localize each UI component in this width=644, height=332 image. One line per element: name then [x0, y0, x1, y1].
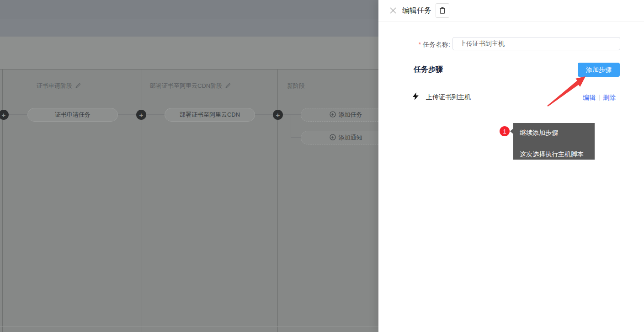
- add-notification-node[interactable]: 添加通知: [301, 131, 391, 145]
- task-name-label: *任务名称:: [404, 41, 450, 49]
- lightning-bolt-icon: [412, 92, 419, 102]
- add-notification-label: 添加通知: [339, 134, 362, 142]
- connector-line: [291, 114, 301, 115]
- stage-title-label: 新阶段: [287, 82, 305, 90]
- connector-line: [146, 114, 165, 115]
- connector-line: [283, 114, 291, 115]
- add-task-node[interactable]: 添加任务: [301, 108, 391, 122]
- connector-line: [291, 114, 291, 138]
- tooltip-line1: 继续添加步骤: [520, 128, 558, 137]
- stage-title-2: 部署证书至阿里云CDN阶段: [150, 82, 231, 90]
- stage-divider: [2, 70, 3, 332]
- stage-title-3: 新阶段: [287, 82, 305, 90]
- circle-plus-icon: [330, 134, 336, 142]
- connector-line: [255, 114, 273, 115]
- canvas-bottom-line: [0, 326, 378, 327]
- stage-title-label: 证书申请阶段: [37, 82, 72, 90]
- annotation-step-badge: 1: [500, 126, 510, 136]
- pencil-icon[interactable]: [225, 83, 231, 90]
- circle-plus-icon: [330, 111, 336, 119]
- tooltip-line2: 这次选择执行主机脚本: [520, 150, 584, 159]
- pencil-icon[interactable]: [75, 83, 81, 90]
- task-node[interactable]: 部署证书至阿里云CDN: [165, 108, 255, 122]
- step-edit-link[interactable]: 编辑: [583, 94, 596, 102]
- link-divider: [599, 95, 600, 101]
- edit-task-drawer: 编辑任务 *任务名称: 任务步骤 添加步骤 上传证书到主机 编辑 删除 1 继续…: [378, 0, 644, 332]
- task-name-input[interactable]: [452, 37, 620, 50]
- drawer-header: 编辑任务: [378, 0, 644, 21]
- task-node-label: 证书申请任务: [55, 111, 90, 119]
- add-stage-button[interactable]: +: [136, 110, 146, 120]
- connector-line: [118, 114, 136, 115]
- stage-divider: [277, 70, 278, 332]
- task-node[interactable]: 证书申请任务: [27, 108, 118, 122]
- drawer-title: 编辑任务: [402, 6, 431, 16]
- add-stage-button[interactable]: +: [273, 110, 283, 120]
- add-step-button[interactable]: 添加步骤: [578, 63, 620, 77]
- stage-title-1: 证书申请阶段: [37, 82, 81, 90]
- task-steps-heading: 任务步骤: [414, 65, 443, 75]
- connector-line: [8, 114, 27, 115]
- tooltip-notch: [510, 129, 513, 134]
- stage-divider: [142, 70, 142, 332]
- annotation-tooltip: 继续添加步骤 这次选择执行主机脚本: [513, 123, 595, 160]
- stage-title-label: 部署证书至阿里云CDN阶段: [150, 82, 222, 90]
- task-node-label: 部署证书至阿里云CDN: [180, 111, 240, 119]
- connector-line: [291, 137, 301, 138]
- step-name: 上传证书到主机: [426, 93, 471, 102]
- delete-task-button[interactable]: [436, 3, 449, 18]
- trash-icon: [439, 7, 446, 14]
- close-icon[interactable]: [390, 7, 396, 14]
- required-marker: *: [419, 41, 421, 48]
- add-task-label: 添加任务: [339, 111, 362, 119]
- step-delete-link[interactable]: 删除: [603, 94, 616, 102]
